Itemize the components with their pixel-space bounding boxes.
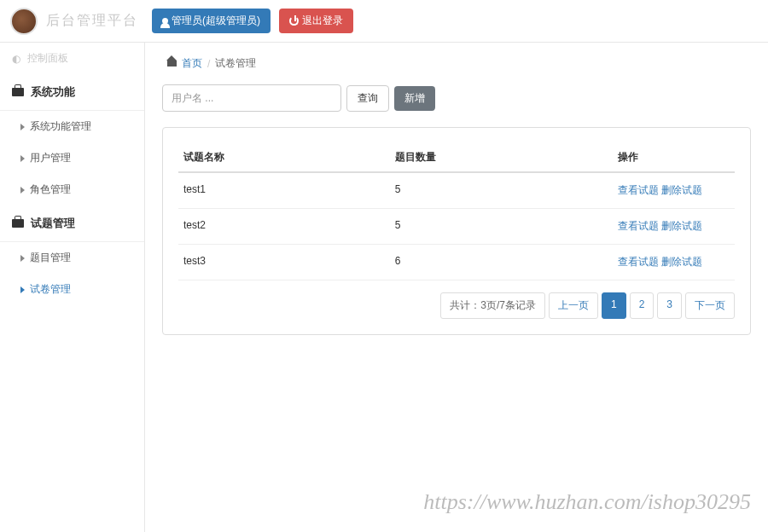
view-link[interactable]: 查看试题 bbox=[618, 184, 659, 196]
search-button[interactable]: 查询 bbox=[346, 85, 389, 112]
sidebar-item-label: 角色管理 bbox=[30, 182, 71, 197]
cell-action: 查看试题 删除试题 bbox=[613, 172, 735, 209]
delete-link[interactable]: 删除试题 bbox=[661, 220, 702, 232]
admin-button-label: 管理员(超级管理员) bbox=[172, 14, 260, 28]
sidebar-item-dashboard[interactable]: ◐ 控制面板 bbox=[0, 43, 144, 74]
table-row: test15查看试题 删除试题 bbox=[178, 172, 735, 209]
caret-right-icon bbox=[20, 286, 25, 293]
sidebar-item-user-mgmt[interactable]: 用户管理 bbox=[0, 142, 144, 174]
cell-name: test2 bbox=[178, 209, 390, 245]
sidebar-item-label: 题目管理 bbox=[30, 251, 71, 265]
pager-page[interactable]: 2 bbox=[630, 292, 655, 319]
sidebar-section-label: 系统功能 bbox=[31, 84, 75, 100]
caret-right-icon bbox=[20, 255, 25, 262]
pager-page[interactable]: 1 bbox=[602, 292, 626, 319]
data-panel: 试题名称 题目数量 操作 test15查看试题 删除试题test25查看试题 删… bbox=[162, 127, 751, 335]
col-action: 操作 bbox=[613, 143, 735, 172]
caret-right-icon bbox=[20, 187, 25, 194]
cell-name: test3 bbox=[178, 245, 390, 280]
sidebar-section-exam[interactable]: 试题管理 bbox=[0, 205, 144, 242]
sidebar-item-paper-mgmt[interactable]: 试卷管理 bbox=[0, 274, 144, 305]
brand-text: 后台管理平台 bbox=[46, 12, 138, 30]
table-row: test25查看试题 删除试题 bbox=[178, 209, 735, 245]
delete-link[interactable]: 删除试题 bbox=[661, 184, 702, 196]
breadcrumb-home[interactable]: 首页 bbox=[182, 56, 202, 71]
sidebar-section-label: 试题管理 bbox=[31, 216, 75, 231]
briefcase-icon bbox=[12, 88, 24, 96]
sidebar-item-system-mgmt[interactable]: 系统功能管理 bbox=[0, 111, 144, 142]
sidebar-item-label: 用户管理 bbox=[30, 151, 71, 165]
view-link[interactable]: 查看试题 bbox=[618, 220, 659, 232]
cell-count: 6 bbox=[390, 245, 613, 280]
sidebar-item-label: 试卷管理 bbox=[30, 282, 71, 297]
sidebar-item-label: 控制面板 bbox=[27, 51, 68, 66]
pager-page[interactable]: 3 bbox=[657, 292, 682, 319]
content: 首页 / 试卷管理 查询 新增 试题名称 题目数量 操作 test15查看试题 … bbox=[145, 43, 768, 532]
breadcrumb-sep: / bbox=[207, 58, 210, 70]
cell-action: 查看试题 删除试题 bbox=[613, 209, 735, 245]
sidebar-item-role-mgmt[interactable]: 角色管理 bbox=[0, 174, 144, 205]
delete-link[interactable]: 删除试题 bbox=[661, 256, 702, 268]
col-name: 试题名称 bbox=[178, 143, 390, 172]
sidebar-section-system[interactable]: 系统功能 bbox=[0, 74, 144, 111]
cell-count: 5 bbox=[390, 172, 613, 209]
col-count: 题目数量 bbox=[390, 143, 613, 172]
topbar: 后台管理平台 管理员(超级管理员) 退出登录 bbox=[0, 0, 768, 43]
avatar[interactable] bbox=[10, 8, 38, 35]
table-row: test36查看试题 删除试题 bbox=[178, 245, 735, 280]
power-icon bbox=[289, 16, 299, 26]
breadcrumb-current: 试卷管理 bbox=[215, 56, 256, 71]
caret-right-icon bbox=[20, 124, 25, 130]
sidebar: ◐ 控制面板 系统功能 系统功能管理 用户管理 角色管理 试题管理 题目管理 试… bbox=[0, 43, 145, 532]
paper-table: 试题名称 题目数量 操作 test15查看试题 删除试题test25查看试题 删… bbox=[178, 143, 735, 280]
sidebar-item-question-mgmt[interactable]: 题目管理 bbox=[0, 242, 144, 274]
view-link[interactable]: 查看试题 bbox=[618, 256, 659, 268]
cell-count: 5 bbox=[390, 209, 613, 245]
caret-right-icon bbox=[20, 155, 25, 162]
logout-button[interactable]: 退出登录 bbox=[279, 9, 353, 33]
filter-bar: 查询 新增 bbox=[162, 84, 751, 112]
admin-button[interactable]: 管理员(超级管理员) bbox=[152, 9, 271, 33]
pager-prev[interactable]: 上一页 bbox=[549, 292, 598, 319]
user-icon bbox=[162, 18, 168, 24]
username-input[interactable] bbox=[162, 84, 341, 112]
breadcrumb: 首页 / 试卷管理 bbox=[162, 43, 751, 84]
home-icon bbox=[167, 61, 177, 66]
pager-summary: 共计：3页/7条记录 bbox=[440, 292, 545, 319]
cell-action: 查看试题 删除试题 bbox=[613, 245, 735, 280]
sidebar-item-label: 系统功能管理 bbox=[30, 119, 91, 134]
cell-name: test1 bbox=[178, 172, 390, 209]
pager-next[interactable]: 下一页 bbox=[685, 292, 735, 319]
dashboard-icon: ◐ bbox=[12, 53, 20, 65]
logout-button-label: 退出登录 bbox=[302, 14, 343, 28]
pagination: 共计：3页/7条记录 上一页 123 下一页 bbox=[178, 292, 735, 319]
add-button[interactable]: 新增 bbox=[394, 86, 435, 111]
briefcase-icon bbox=[12, 219, 24, 228]
